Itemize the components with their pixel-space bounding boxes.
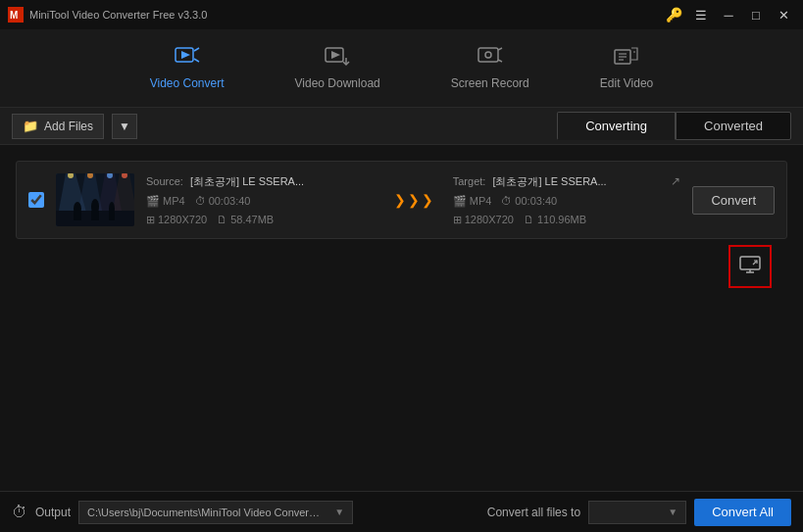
tabs: Converting Converted [557, 112, 791, 140]
source-label: Source: [최초공개] LE SSERA... [146, 174, 375, 189]
clock-icon-target: ⏱ [501, 195, 512, 207]
convert-all-button[interactable]: Convert All [694, 499, 791, 526]
nav-edit-video[interactable]: Edit Video [584, 38, 670, 98]
nav-video-download-label: Video Download [295, 76, 380, 90]
source-format: 🎬 MP4 [146, 195, 185, 208]
size-icon-target: 🗋 [524, 214, 534, 225]
tab-converting[interactable]: Converting [557, 112, 676, 140]
screen-record-icon [477, 46, 503, 73]
convert-all-label: Convert all files to [487, 506, 580, 519]
convert-all-section: Convert all files to ▼ Convert All [487, 499, 791, 526]
svg-rect-27 [74, 211, 81, 220]
svg-line-11 [498, 48, 502, 50]
convert-all-chevron-icon: ▼ [668, 507, 678, 517]
target-resolution: ⊞ 1280X720 [453, 214, 514, 226]
target-filename: [최초공개] LE SSERA... [492, 175, 606, 187]
video-download-icon [325, 46, 350, 73]
source-resolution: ⊞ 1280X720 [146, 214, 207, 226]
target-format: 🎬 MP4 [453, 195, 492, 208]
video-convert-icon [175, 46, 200, 73]
add-files-icon: 📁 [23, 119, 38, 133]
res-icon-source: ⊞ [146, 214, 155, 226]
source-meta: 🎬 MP4 ⏱ 00:03:40 [146, 195, 375, 208]
app-logo: M [8, 7, 24, 23]
film-icon: 🎬 [146, 195, 160, 208]
content-area: Source: [최초공개] LE SSERA... 🎬 MP4 ⏱ 00:03… [0, 145, 803, 491]
nav-video-convert-label: Video Convert [150, 76, 225, 90]
toolbar: 📁 Add Files ▼ Converting Converted [0, 108, 803, 145]
clock-icon-source: ⏱ [195, 195, 206, 207]
target-meta2: ⊞ 1280X720 🗋 110.96MB [453, 214, 681, 226]
output-clock-icon: ⏱ [12, 504, 27, 521]
svg-rect-28 [91, 211, 99, 220]
output-path-chevron-icon: ▼ [334, 507, 344, 517]
output-path-text: C:\Users\bj\Documents\MiniTool Video Con… [87, 507, 323, 518]
convert-button[interactable]: Convert [692, 186, 775, 215]
nav-video-convert[interactable]: Video Convert [134, 38, 240, 98]
target-meta: 🎬 MP4 ⏱ 00:03:40 [453, 195, 681, 208]
res-icon-target: ⊞ [453, 214, 462, 226]
svg-line-12 [498, 60, 502, 62]
file-thumbnail [56, 173, 134, 226]
convert-arrows: ❯ ❯ ❯ [386, 192, 441, 208]
source-filename: [최초공개] LE SSERA... [190, 175, 304, 187]
app-title: MiniTool Video Converter Free v3.3.0 [29, 9, 207, 21]
close-icon[interactable]: ✕ [772, 4, 795, 25]
file-checkbox[interactable] [28, 192, 44, 208]
output-label: Output [35, 506, 71, 519]
file-target: Target: [최초공개] LE SSERA... ↗ 🎬 MP4 ⏱ 00:… [453, 174, 681, 226]
screen-icon [739, 256, 761, 277]
svg-marker-7 [331, 51, 340, 59]
titlebar: M MiniTool Video Converter Free v3.3.0 🔑… [0, 0, 803, 29]
thumbnail-image [56, 173, 134, 226]
nav-screen-record-label: Screen Record [451, 76, 529, 90]
settings-icon[interactable]: 🔑 [662, 4, 685, 25]
maximize-icon[interactable]: □ [744, 4, 768, 25]
highlighted-settings-box[interactable] [728, 245, 772, 288]
target-size: 🗋 110.96MB [524, 214, 586, 226]
size-icon-source: 🗋 [217, 214, 227, 225]
edit-video-icon [614, 46, 639, 73]
svg-point-10 [485, 52, 491, 58]
menu-icon[interactable]: ☰ [689, 4, 713, 25]
arrow2: ❯ [408, 192, 420, 208]
target-edit-icon[interactable]: ↗ [671, 174, 680, 188]
minimize-icon[interactable]: ─ [717, 4, 740, 25]
add-files-label: Add Files [44, 120, 93, 133]
svg-rect-29 [109, 211, 115, 220]
tab-converted[interactable]: Converted [676, 112, 791, 140]
nav-video-download[interactable]: Video Download [279, 38, 396, 98]
target-label: Target: [최초공개] LE SSERA... ↗ [453, 174, 681, 189]
nav-edit-video-label: Edit Video [600, 76, 654, 90]
navbar: Video Convert Video Download Screen Reco… [0, 29, 803, 108]
nav-screen-record[interactable]: Screen Record [435, 38, 545, 98]
svg-marker-3 [181, 51, 190, 59]
file-source: Source: [최초공개] LE SSERA... 🎬 MP4 ⏱ 00:03… [146, 174, 375, 226]
add-files-dropdown-button[interactable]: ▼ [112, 114, 137, 139]
svg-text:M: M [10, 10, 18, 21]
svg-line-5 [194, 59, 199, 62]
titlebar-controls: 🔑 ☰ ─ □ ✕ [662, 4, 795, 25]
bottombar: ⏱ Output C:\Users\bj\Documents\MiniTool … [0, 491, 803, 532]
convert-all-format-select[interactable]: ▼ [588, 501, 686, 524]
source-meta2: ⊞ 1280X720 🗋 58.47MB [146, 214, 375, 226]
titlebar-left: M MiniTool Video Converter Free v3.3.0 [8, 7, 207, 23]
film-icon-target: 🎬 [453, 195, 467, 208]
output-path[interactable]: C:\Users\bj\Documents\MiniTool Video Con… [78, 501, 353, 524]
source-size: 🗋 58.47MB [217, 214, 274, 226]
svg-rect-9 [478, 48, 498, 62]
add-files-button[interactable]: 📁 Add Files [12, 114, 104, 139]
file-item: Source: [최초공개] LE SSERA... 🎬 MP4 ⏱ 00:03… [16, 161, 787, 239]
target-duration: ⏱ 00:03:40 [501, 195, 557, 208]
arrow3: ❯ [422, 192, 433, 208]
chevron-down-icon: ▼ [119, 120, 130, 133]
svg-line-4 [194, 48, 199, 51]
source-duration: ⏱ 00:03:40 [195, 195, 251, 208]
arrow1: ❯ [394, 192, 406, 208]
